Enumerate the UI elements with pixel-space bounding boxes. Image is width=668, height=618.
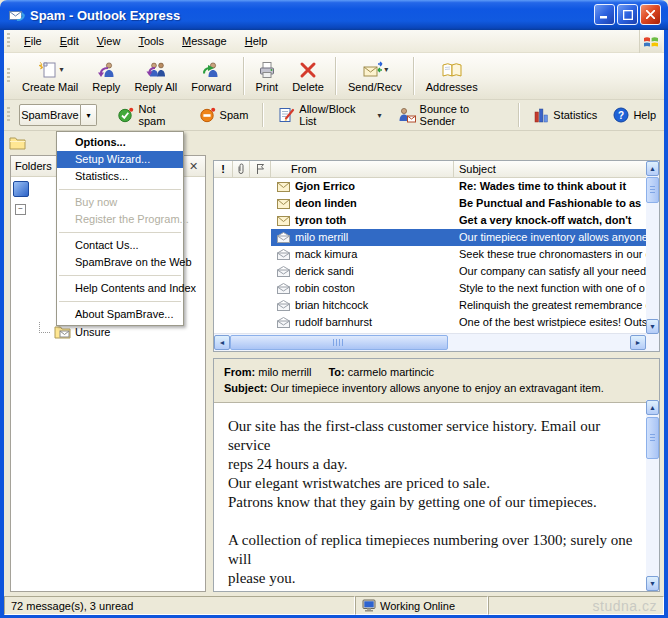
maximize-button[interactable] [617, 4, 638, 25]
message-row[interactable]: tyron toth Get a very knock-off watch, d… [214, 212, 659, 229]
menu-item-spambrave-on-the-web[interactable]: SpamBrave on the Web [57, 254, 183, 271]
statistics-button[interactable]: Statistics [526, 103, 605, 127]
create-mail-button[interactable]: ▾ Create Mail [15, 55, 85, 97]
scroll-down-arrow[interactable]: ▼ [646, 576, 659, 591]
flag-cell [250, 229, 271, 246]
menu-item-contact-us[interactable]: Contact Us... [57, 237, 183, 254]
body-line: Patrons know that they gain by getting o… [228, 493, 635, 512]
from-column-header[interactable]: From [271, 161, 454, 178]
attachment-cell [233, 314, 250, 331]
scroll-down-arrow[interactable]: ▼ [646, 319, 659, 334]
message-list-vscrollbar[interactable]: ▲ ▼ [646, 161, 659, 334]
message-from: milo merrill [295, 229, 348, 246]
forward-button[interactable]: Forward [184, 55, 238, 97]
paperclip-icon [237, 163, 245, 175]
attachment-cell [233, 297, 250, 314]
menubar-item-help[interactable]: Help [236, 32, 277, 50]
attachment-column-header[interactable] [233, 161, 250, 178]
spam-help-button[interactable]: ? Help [605, 103, 664, 127]
message-row[interactable]: deon linden Be Punctual and Fashionable … [214, 195, 659, 212]
reply-button[interactable]: Reply [85, 55, 127, 97]
spambar-separator [262, 103, 264, 127]
body-line: will [228, 550, 635, 569]
closed-envelope-icon [277, 216, 290, 226]
menubar-item-message[interactable]: Message [173, 32, 236, 50]
attachment-cell [233, 178, 250, 195]
send-recv-button[interactable]: ▾ Send/Recv [341, 55, 409, 97]
addresses-button[interactable]: Addresses [419, 55, 485, 97]
delete-button[interactable]: Delete [285, 55, 331, 97]
message-subject: Seek these true chronomasters in our e [454, 246, 659, 263]
computer-icon [362, 599, 376, 612]
create-mail-icon: ▾ [37, 59, 64, 80]
body-line [228, 512, 635, 531]
minimize-button[interactable] [594, 4, 615, 25]
subject-label: Subject: [224, 382, 267, 394]
menubar-item-file[interactable]: File [15, 32, 51, 50]
tree-collapse-icon[interactable]: − [15, 204, 26, 215]
menu-item-about-spambrave[interactable]: About SpamBrave... [57, 306, 183, 323]
flag-column-header[interactable] [250, 161, 271, 178]
spambrave-dropdown-arrow[interactable]: ▾ [81, 104, 97, 126]
body-line: Our elegant wristwatches are priced to s… [228, 474, 635, 493]
priority-column-header[interactable]: ! [214, 161, 233, 178]
menu-item-options[interactable]: Options... [57, 134, 183, 151]
closed-envelope-icon [277, 182, 290, 192]
message-row[interactable]: rudolf barnhurst One of the best wristpi… [214, 314, 659, 331]
bounce-to-sender-button[interactable]: Bounce to Sender [390, 103, 513, 127]
allow-block-list-button[interactable]: Allow/Block List ▾ [270, 103, 389, 127]
menu-item-setup-wizard[interactable]: Setup Wizard... [57, 151, 183, 168]
spambrave-menu-button[interactable]: SpamBrave [19, 104, 81, 126]
menubar-item-tools[interactable]: Tools [129, 32, 173, 50]
scroll-right-arrow[interactable]: ► [630, 335, 646, 350]
menubar: FileEditViewToolsMessageHelp [4, 30, 664, 53]
message-row[interactable]: robin coston Style to the next function … [214, 280, 659, 297]
hscroll-thumb[interactable] [230, 335, 448, 350]
attachment-cell [233, 280, 250, 297]
message-from: tyron toth [295, 212, 346, 229]
to-value: carmelo martincic [348, 366, 434, 378]
not-spam-icon [118, 107, 134, 123]
outlook-express-icon [8, 7, 25, 24]
titlebar: Spam - Outlook Express [0, 0, 668, 30]
vscroll-thumb[interactable] [646, 417, 659, 459]
print-button[interactable]: Print [249, 55, 286, 97]
subject-column-header[interactable]: Subject [454, 161, 659, 178]
spam-button[interactable]: Spam [192, 103, 257, 127]
reply-all-button[interactable]: Reply All [127, 55, 184, 97]
priority-cell [214, 229, 233, 246]
menubar-item-view[interactable]: View [88, 32, 130, 50]
vscroll-thumb[interactable] [646, 177, 659, 203]
preview-vscrollbar[interactable]: ▲ ▼ [646, 400, 659, 591]
allow-block-dropdown-arrow[interactable]: ▾ [378, 111, 382, 120]
send-recv-dropdown-arrow[interactable]: ▾ [384, 65, 388, 74]
message-row[interactable]: derick sandi Our company can satisfy all… [214, 263, 659, 280]
attachment-cell [233, 246, 250, 263]
scroll-up-arrow[interactable]: ▲ [646, 161, 659, 176]
close-button[interactable] [640, 4, 661, 25]
message-list-hscrollbar[interactable]: ◄ ► [214, 333, 646, 351]
toolbar-grip[interactable] [7, 68, 10, 84]
message-row[interactable]: milo merrill Our timepiece inventory all… [214, 229, 659, 246]
message-row[interactable]: brian hitchcock Relinquish the greatest … [214, 297, 659, 314]
menubar-item-edit[interactable]: Edit [51, 32, 88, 50]
body-line: please you. [228, 569, 635, 588]
message-row[interactable]: Gjon Errico Re: Wades time to think abou… [214, 178, 659, 195]
menu-item-statistics[interactable]: Statistics... [57, 168, 183, 185]
message-list-header: ! From Subject [214, 161, 659, 178]
toolbar-separator [413, 57, 415, 95]
bounce-to-sender-icon [398, 107, 416, 123]
help-icon: ? [613, 107, 629, 123]
create-mail-dropdown-arrow[interactable]: ▾ [60, 65, 64, 74]
preview-subject-line: Subject: Our timepiece inventory allows … [224, 380, 649, 396]
folders-close-button[interactable]: ✕ [186, 159, 201, 174]
not-spam-button[interactable]: Not spam [110, 103, 191, 127]
open-envelope-icon [277, 300, 290, 311]
spambar-grip[interactable] [7, 107, 10, 123]
scroll-up-arrow[interactable]: ▲ [646, 400, 659, 415]
closed-envelope-icon [277, 199, 290, 209]
menu-item-help-contents-and-index[interactable]: Help Contents and Index [57, 280, 183, 297]
scroll-left-arrow[interactable]: ◄ [214, 335, 230, 350]
menubar-grip[interactable] [7, 33, 10, 49]
message-row[interactable]: mack kimura Seek these true chronomaster… [214, 246, 659, 263]
